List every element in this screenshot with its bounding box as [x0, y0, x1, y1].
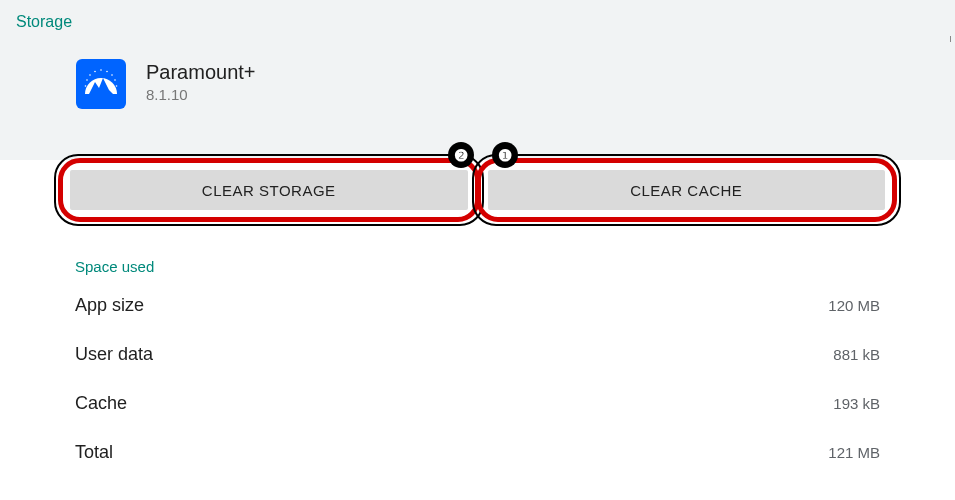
- storage-row-user-data: User data 881 kB: [75, 344, 880, 365]
- svg-point-8: [116, 85, 118, 87]
- storage-row-total: Total 121 MB: [75, 442, 880, 463]
- annotation-badge-2: ❷: [448, 142, 474, 168]
- section-title: Space used: [75, 258, 880, 275]
- app-version: 8.1.10: [146, 86, 256, 103]
- row-value: 193 kB: [833, 395, 880, 412]
- header: Storage Paramount+ 8.: [0, 0, 955, 160]
- svg-point-3: [89, 74, 91, 76]
- paramount-icon: [81, 64, 121, 104]
- svg-point-5: [86, 79, 88, 81]
- app-name: Paramount+: [146, 61, 256, 84]
- row-label: App size: [75, 295, 144, 316]
- row-value: 121 MB: [828, 444, 880, 461]
- scrollbar-hint: [950, 36, 951, 42]
- row-label: Cache: [75, 393, 127, 414]
- button-row: ❷ CLEAR STORAGE ❶ CLEAR CACHE: [0, 170, 955, 210]
- svg-point-2: [106, 71, 108, 73]
- svg-point-1: [94, 71, 96, 73]
- app-text: Paramount+ 8.1.10: [146, 59, 256, 103]
- row-label: Total: [75, 442, 113, 463]
- clear-cache-wrap: ❶ CLEAR CACHE: [488, 170, 886, 210]
- annotation-badge-1: ❶: [492, 142, 518, 168]
- row-label: User data: [75, 344, 153, 365]
- svg-point-6: [114, 79, 116, 81]
- svg-point-0: [100, 69, 102, 71]
- svg-point-4: [111, 74, 113, 76]
- app-icon: [76, 59, 126, 109]
- svg-point-7: [85, 85, 87, 87]
- storage-row-app-size: App size 120 MB: [75, 295, 880, 316]
- app-info: Paramount+ 8.1.10: [16, 59, 939, 109]
- clear-storage-wrap: ❷ CLEAR STORAGE: [70, 170, 468, 210]
- row-value: 881 kB: [833, 346, 880, 363]
- clear-cache-button[interactable]: CLEAR CACHE: [488, 170, 886, 210]
- storage-details: Space used App size 120 MB User data 881…: [0, 258, 955, 491]
- page-title: Storage: [16, 13, 939, 31]
- row-value: 120 MB: [828, 297, 880, 314]
- clear-storage-button[interactable]: CLEAR STORAGE: [70, 170, 468, 210]
- storage-row-cache: Cache 193 kB: [75, 393, 880, 414]
